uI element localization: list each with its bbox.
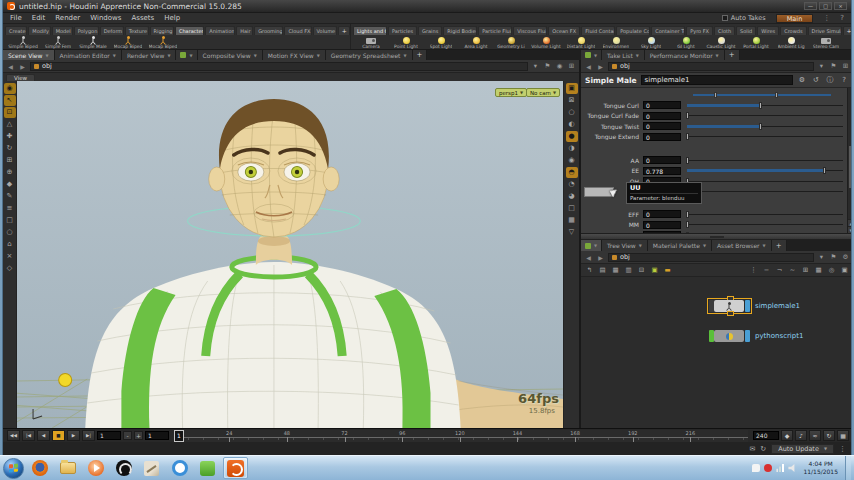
shelf-tab-hair[interactable]: Hair [236, 26, 253, 35]
clear-tool-icon[interactable]: × [4, 251, 16, 262]
scrollbar-thumb[interactable] [849, 146, 852, 188]
slider-handle[interactable] [759, 123, 762, 130]
pane-tab-scene-view[interactable]: Scene View▼ [3, 50, 55, 60]
shelf-tab-cloud-fx[interactable]: Cloud FX [284, 26, 311, 35]
shelf-tab-modify[interactable]: Modify [28, 26, 50, 35]
pane-tab-geometry-spreadsheet[interactable]: Geometry Spreadsheet▼ [326, 50, 413, 60]
dropdown-arrow-icon[interactable]: ▾ [531, 62, 540, 70]
taskbar-app-greenapp[interactable] [195, 457, 220, 479]
pane-splitter[interactable] [581, 234, 852, 240]
pane-icon[interactable]: ▼ [581, 50, 602, 60]
tool-stereo-cam[interactable]: Stereo Cam [809, 36, 843, 49]
anim-options-icon[interactable]: ▦ [837, 430, 849, 441]
shadows-icon[interactable]: ◕ [566, 191, 578, 202]
taskbar-app-paint[interactable] [139, 457, 164, 479]
tool-volume-light[interactable]: Volume Light [529, 36, 563, 49]
menu-file[interactable]: File [10, 14, 22, 22]
shelf-tab-particles[interactable]: Particles [388, 26, 417, 35]
slider-handle[interactable] [759, 102, 762, 109]
node-display-flag[interactable] [745, 330, 750, 342]
dropdown-arrow-icon[interactable]: ▾ [817, 62, 826, 70]
gear-icon[interactable]: ⊞ [567, 62, 576, 70]
pose-tool-icon[interactable]: ⊕ [4, 167, 16, 178]
shelf-tab-character[interactable]: Character [175, 26, 204, 35]
param-value-field[interactable]: 0.778 [643, 167, 681, 175]
persp-camera-badge[interactable]: persp1 ▼ [495, 88, 527, 97]
pane-tab-animation-editor[interactable]: Animation Editor▼ [55, 50, 122, 60]
tool-gi-light[interactable]: GI Light [669, 36, 703, 49]
tool-spot-light[interactable]: Spot Light [424, 36, 458, 49]
range-end-field[interactable]: 240 [753, 431, 779, 440]
forward-icon[interactable]: ▶ [596, 63, 605, 70]
param-slider[interactable] [687, 111, 843, 120]
gear-icon[interactable]: ⊞ [841, 62, 850, 70]
bbox-tool-icon[interactable]: □ [4, 215, 16, 226]
translate-tool-icon[interactable]: ✚ [4, 131, 16, 142]
message-icon[interactable]: ✉ [749, 445, 755, 453]
lighting-icon[interactable]: ◓ [566, 167, 578, 178]
menu-render[interactable]: Render [55, 14, 80, 22]
play-button[interactable]: ▶ [67, 430, 80, 441]
network-tray-icon[interactable] [776, 464, 784, 472]
rotate-tool-icon[interactable]: ↻ [4, 143, 16, 154]
taskbar-clock[interactable]: 4:04 PM 11/15/2015 [803, 460, 838, 476]
home-view-icon[interactable]: ⌂ [4, 239, 16, 250]
reset-icon[interactable]: ↺ [811, 76, 821, 84]
volume-tray-icon[interactable] [788, 464, 796, 472]
network-path-field[interactable]: obj [608, 253, 814, 262]
pane-tab-material-palette[interactable]: Material Palette▼ [648, 240, 712, 251]
param-value-field[interactable]: 0 [643, 156, 681, 164]
auto-layout-icon[interactable]: ⊞ [800, 265, 811, 275]
param-slider[interactable] [687, 220, 843, 229]
prev-frame-button[interactable]: |◀ [22, 430, 35, 441]
yellow-marker-dot[interactable] [59, 374, 72, 387]
shelf-tab-fluid-containers[interactable]: Fluid Containers [581, 26, 615, 35]
scroll-down-icon[interactable]: ▼ [848, 226, 852, 233]
shelf-tab-grains[interactable]: Grains [418, 26, 442, 35]
back-icon[interactable]: ◀ [6, 63, 15, 70]
edit-tool-icon[interactable]: ✎ [4, 191, 16, 202]
flag-icon[interactable]: ⚑ [543, 62, 552, 70]
taskbar-app-houdini[interactable] [223, 457, 248, 479]
shelf-tab-wires[interactable]: Wires [757, 26, 779, 35]
audio-icon[interactable]: ♪ [795, 430, 807, 441]
tool-geometry-li[interactable]: Geometry Li [494, 36, 528, 49]
viewport-canvas[interactable]: 64fps 64fps 15.8fps [17, 81, 563, 428]
alert-tray-icon[interactable] [764, 464, 772, 472]
list-mode-icon[interactable]: ▤ [597, 265, 608, 275]
param-slider[interactable] [687, 187, 843, 196]
taskbar-app-quicktime[interactable] [167, 457, 192, 479]
frame-ruler[interactable]: 1 24487296120144168192216 [174, 430, 748, 442]
secure-selection-icon[interactable]: ⊡ [4, 107, 16, 118]
display-flag-icon[interactable]: ▣ [649, 265, 660, 275]
tool-distant-light[interactable]: Distant Light [564, 36, 598, 49]
shelf-tab-particle-fluids[interactable]: Particle Fluids [478, 26, 512, 35]
taskbar-app-explorer[interactable] [55, 457, 80, 479]
add-pane-tab-button[interactable]: + [413, 50, 428, 60]
param-value-field[interactable]: 0 [643, 101, 681, 109]
node-display-flag[interactable] [745, 300, 750, 312]
viewport-3d[interactable]: 64fps 64fps 15.8fps persp1 ▼ No cam ▼ [17, 81, 563, 428]
tool-switcher[interactable]: Switcher [844, 36, 852, 49]
radial-menu-icon[interactable]: ○ [4, 227, 16, 238]
param-scrollbar[interactable]: ▲▼ [847, 88, 852, 233]
pane-tab-take-list[interactable]: Take List▼ [602, 50, 645, 60]
materials-icon[interactable]: □ [566, 203, 578, 214]
shelf-tab-populate-containers[interactable]: Populate Containers [616, 26, 650, 35]
add-shelf-tab-button[interactable]: + [843, 26, 852, 35]
param-slider[interactable] [687, 210, 843, 219]
overview-icon[interactable]: ⊟ [636, 265, 647, 275]
dropdown-arrow-icon[interactable]: ▾ [817, 253, 826, 261]
param-value-field[interactable]: 0 [643, 112, 681, 120]
pane-tab-performance-monitor[interactable]: Performance Monitor▼ [645, 50, 725, 60]
message-tray-icon[interactable] [752, 464, 760, 472]
wire-angled-icon[interactable]: ¬ [774, 265, 785, 275]
title-bar[interactable]: untitled.hip - Houdini Apprentice Non-Co… [3, 0, 851, 13]
slider-handle[interactable] [686, 112, 689, 119]
wire-straight-icon[interactable]: − [761, 265, 772, 275]
pane-tab-asset-browser[interactable]: Asset Browser▼ [712, 240, 772, 251]
shelf-tab-cloth[interactable]: Cloth [714, 26, 735, 35]
tool-mocap-biped[interactable]: Mocap Biped [111, 36, 145, 49]
shelf-tab-rigging[interactable]: Rigging [150, 26, 174, 35]
shelf-tab-drive-simulation[interactable]: Drive Simulation [808, 26, 842, 35]
